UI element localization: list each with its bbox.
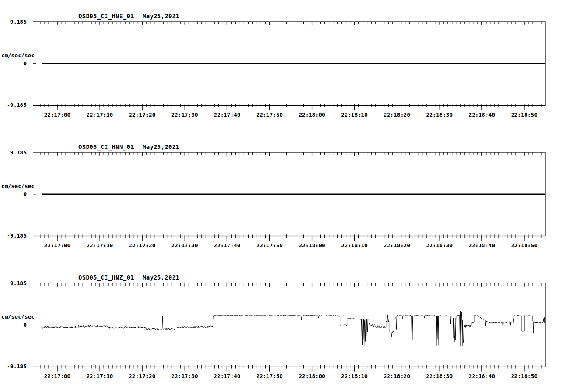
x-tick-label: 22:17:50 <box>256 373 283 379</box>
x-tick-label: 22:18:30 <box>426 373 453 379</box>
hnz-plot-svg: 22:17:0022:17:1022:17:2022:17:3022:17:40… <box>0 261 576 392</box>
x-tick-label: 22:18:00 <box>299 242 325 249</box>
y-axis-unit-label: cm/sec/sec <box>1 52 34 59</box>
x-tick-label: 22:17:00 <box>44 112 71 118</box>
x-tick-label: 22:18:00 <box>299 112 325 118</box>
x-tick-label: 22:18:10 <box>341 373 368 379</box>
panel-title-hnz: QSD05_CI_HNZ_01May25,2021 <box>78 274 179 281</box>
y-axis-unit-label: cm/sec/sec <box>1 183 34 189</box>
x-tick-label: 22:18:20 <box>383 242 410 249</box>
waveform-panel-hnz: 22:17:0022:17:1022:17:2022:17:3022:17:40… <box>0 261 576 392</box>
x-tick-label: 22:17:30 <box>171 112 198 118</box>
date-label: May25,2021 <box>143 13 179 20</box>
waveform-panel-hne: 22:17:0022:17:1022:17:2022:17:3022:17:40… <box>0 0 576 131</box>
station-channel-label: QSD05_CI_HNE_01 <box>78 13 134 20</box>
x-tick-label: 22:17:50 <box>256 242 283 249</box>
x-tick-label: 22:18:50 <box>511 242 538 249</box>
seismic-waveform-page: { "page": { "background": "#ffffff", "in… <box>0 0 576 392</box>
x-tick-label: 22:17:30 <box>171 242 198 249</box>
date-label: May25,2021 <box>143 143 179 150</box>
x-tick-label: 22:17:40 <box>214 373 240 379</box>
x-tick-label: 22:17:50 <box>256 112 283 118</box>
x-tick-label: 22:18:40 <box>469 112 495 118</box>
y-axis-unit-label: cm/sec/sec <box>1 314 34 320</box>
y-min-label: -9.185 <box>0 232 27 239</box>
x-tick-label: 22:18:10 <box>341 242 368 249</box>
x-tick-label: 22:18:20 <box>383 373 410 379</box>
station-channel-label: QSD05_CI_HNZ_01 <box>78 274 134 281</box>
x-tick-label: 22:17:20 <box>129 112 156 118</box>
station-channel-label: QSD05_CI_HNN_01 <box>78 143 134 150</box>
y-max-label: 9.185 <box>0 149 27 156</box>
x-tick-label: 22:18:20 <box>383 112 410 118</box>
x-tick-label: 22:17:30 <box>171 373 198 379</box>
x-tick-label: 22:17:00 <box>44 373 71 379</box>
y-max-label: 9.185 <box>0 19 27 25</box>
x-tick-label: 22:18:40 <box>469 242 495 249</box>
x-tick-label: 22:17:20 <box>129 373 156 379</box>
x-tick-label: 22:17:10 <box>87 242 113 249</box>
x-tick-label: 22:18:50 <box>511 112 538 118</box>
date-label: May25,2021 <box>143 274 179 281</box>
x-tick-label: 22:18:30 <box>426 242 453 249</box>
hne-plot-svg: 22:17:0022:17:1022:17:2022:17:3022:17:40… <box>0 0 576 131</box>
x-tick-label: 22:17:00 <box>44 242 71 249</box>
plot-frame <box>36 283 545 367</box>
x-tick-label: 22:18:50 <box>511 373 538 379</box>
hnn-plot-svg: 22:17:0022:17:1022:17:2022:17:3022:17:40… <box>0 131 576 261</box>
y-zero-label: 0 <box>0 60 27 67</box>
x-tick-label: 22:18:30 <box>426 112 453 118</box>
x-tick-label: 22:18:00 <box>299 373 325 379</box>
panel-title-hne: QSD05_CI_HNE_01May25,2021 <box>78 13 179 20</box>
x-tick-label: 22:18:40 <box>469 373 495 379</box>
x-tick-label: 22:17:10 <box>87 112 113 118</box>
y-min-label: -9.185 <box>0 102 27 108</box>
y-zero-label: 0 <box>0 322 27 328</box>
waveform-trace <box>42 311 545 347</box>
y-zero-label: 0 <box>0 191 27 197</box>
x-tick-label: 22:17:40 <box>214 112 240 118</box>
waveform-panel-hnn: 22:17:0022:17:1022:17:2022:17:3022:17:40… <box>0 131 576 261</box>
y-max-label: 9.185 <box>0 280 27 286</box>
x-tick-label: 22:17:20 <box>129 242 156 249</box>
x-tick-label: 22:17:40 <box>214 242 240 249</box>
x-tick-label: 22:18:10 <box>341 112 368 118</box>
panel-title-hnn: QSD05_CI_HNN_01May25,2021 <box>78 143 179 150</box>
x-tick-label: 22:17:10 <box>87 373 113 379</box>
y-min-label: -9.185 <box>0 363 27 370</box>
